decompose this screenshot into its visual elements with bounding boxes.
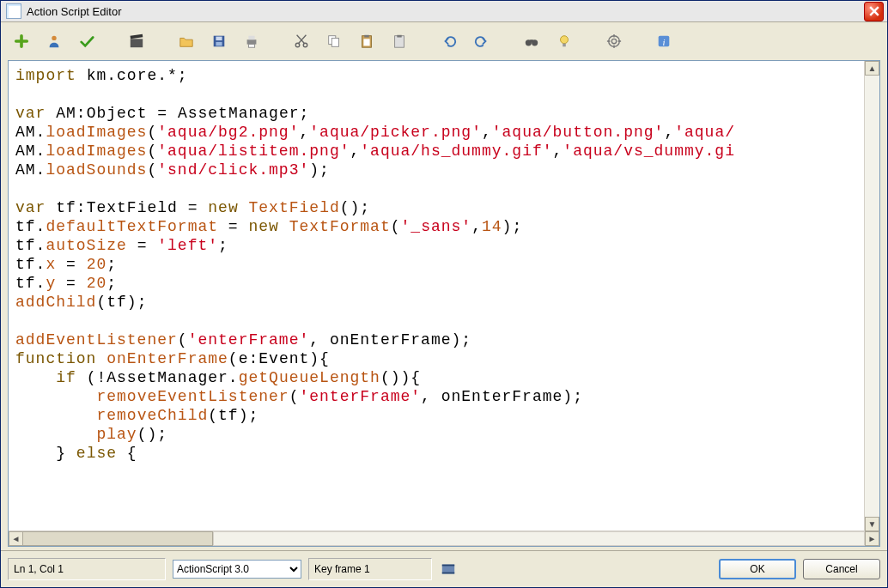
scroll-left-arrow[interactable]: ◄ xyxy=(9,531,23,546)
clipboard-button[interactable] xyxy=(384,28,415,54)
scroll-down-arrow[interactable]: ▼ xyxy=(865,517,879,531)
check-icon xyxy=(79,33,94,49)
copy-button[interactable] xyxy=(319,28,350,54)
svg-rect-12 xyxy=(331,38,338,46)
toolbar: i xyxy=(1,22,887,60)
cut-button[interactable] xyxy=(286,28,317,54)
svg-rect-8 xyxy=(248,45,254,48)
plus-icon xyxy=(14,33,29,49)
save-button[interactable] xyxy=(204,28,234,54)
syntax-check-button[interactable] xyxy=(71,28,102,54)
code-scroll-area[interactable]: import km.core.*; var AM:Object = AssetM… xyxy=(9,61,879,530)
undo-button[interactable] xyxy=(434,28,465,54)
vertical-scroll-track[interactable] xyxy=(865,76,879,517)
horizontal-scroll-track[interactable] xyxy=(213,531,865,546)
printer-icon xyxy=(244,33,259,49)
info-button[interactable]: i xyxy=(648,28,679,54)
statusbar: Ln 1, Col 1 ActionScript 3.0 Key frame 1… xyxy=(1,550,887,587)
user-icon xyxy=(46,33,62,49)
language-select[interactable]: ActionScript 3.0 xyxy=(173,560,301,579)
svg-rect-1 xyxy=(131,39,143,47)
code-content[interactable]: import km.core.*; var AM:Object = AssetM… xyxy=(9,61,879,468)
scroll-up-arrow[interactable]: ▲ xyxy=(865,61,879,76)
svg-rect-4 xyxy=(216,37,222,41)
svg-rect-6 xyxy=(247,39,257,44)
svg-point-0 xyxy=(52,36,56,40)
clapboard-button[interactable] xyxy=(121,28,152,54)
binoculars-icon xyxy=(524,33,539,49)
target-button[interactable] xyxy=(599,28,630,54)
cursor-position: Ln 1, Col 1 xyxy=(8,558,166,580)
target-icon xyxy=(606,33,622,49)
svg-text:i: i xyxy=(663,37,666,47)
print-button[interactable] xyxy=(236,28,267,54)
close-button[interactable] xyxy=(864,2,884,21)
svg-rect-16 xyxy=(395,36,404,48)
redo-button[interactable] xyxy=(466,28,497,54)
svg-rect-20 xyxy=(530,39,533,42)
svg-point-21 xyxy=(561,36,569,44)
floppy-icon xyxy=(211,33,227,49)
vertical-scrollbar[interactable]: ▲ ▼ xyxy=(864,61,879,531)
code-editor: import km.core.*; var AM:Object = AssetM… xyxy=(8,60,880,547)
lightbulb-icon xyxy=(557,33,572,49)
info-icon: i xyxy=(656,33,672,49)
svg-point-24 xyxy=(611,39,616,43)
new-script-button[interactable] xyxy=(6,28,37,54)
find-button[interactable] xyxy=(516,28,547,54)
svg-rect-2 xyxy=(131,34,143,39)
copy-icon xyxy=(326,33,342,49)
svg-rect-22 xyxy=(563,44,566,47)
open-button[interactable] xyxy=(171,28,202,54)
svg-rect-28 xyxy=(442,565,454,567)
svg-rect-15 xyxy=(363,39,369,45)
film-icon[interactable] xyxy=(439,560,458,579)
keyframe-label: Key frame 1 xyxy=(308,558,432,580)
help-hint-button[interactable] xyxy=(549,28,580,54)
svg-point-23 xyxy=(609,36,620,47)
horizontal-scroll-thumb[interactable] xyxy=(22,531,213,546)
window-title: Action Script Editor xyxy=(25,5,864,18)
svg-rect-5 xyxy=(216,42,222,46)
app-icon xyxy=(6,3,21,19)
ok-button[interactable]: OK xyxy=(719,559,796,579)
svg-rect-7 xyxy=(248,36,254,40)
svg-rect-29 xyxy=(442,573,454,574)
close-icon xyxy=(869,6,879,16)
scroll-right-arrow[interactable]: ► xyxy=(865,531,879,546)
clipboard-icon xyxy=(392,33,407,49)
paste-icon xyxy=(359,33,374,49)
paste-button[interactable] xyxy=(351,28,382,54)
redo-icon xyxy=(474,33,490,49)
editor-window: Action Script Editor i import km. xyxy=(0,0,888,588)
svg-rect-14 xyxy=(364,35,368,38)
horizontal-scrollbar[interactable]: ◄ ► xyxy=(9,530,879,546)
svg-rect-17 xyxy=(397,35,401,38)
folder-open-icon xyxy=(179,33,194,49)
titlebar: Action Script Editor xyxy=(1,1,887,22)
clapboard-icon xyxy=(129,33,144,49)
undo-icon xyxy=(441,33,457,49)
user-assist-button[interactable] xyxy=(39,28,70,54)
cancel-button[interactable]: Cancel xyxy=(803,559,880,579)
scissors-icon xyxy=(294,33,309,49)
